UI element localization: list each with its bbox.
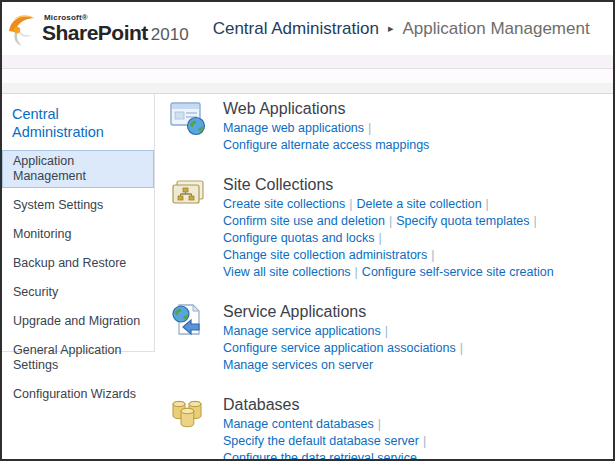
sharepoint-logo: Microsoft® SharePoint 2010 bbox=[6, 9, 189, 49]
link-confirm-site-use-and-deletion[interactable]: Confirm site use and deletion bbox=[223, 214, 385, 228]
link-row: Manage service applications| bbox=[223, 323, 467, 340]
link-row: Change site collection administrators| bbox=[223, 247, 554, 264]
link-separator: | bbox=[378, 417, 381, 431]
logo-year: 2010 bbox=[151, 26, 189, 43]
section-title-site-collections: Site Collections bbox=[223, 175, 554, 194]
link-separator: | bbox=[423, 434, 426, 448]
link-manage-service-applications[interactable]: Manage service applications bbox=[223, 324, 381, 338]
section-body: Site CollectionsCreate site collections|… bbox=[223, 175, 554, 281]
header: Microsoft® SharePoint 2010 Central Admin… bbox=[2, 2, 613, 55]
breadcrumb-page-title: Application Management bbox=[403, 19, 590, 39]
link-configure-alternate-access-mappings[interactable]: Configure alternate access mappings bbox=[223, 138, 429, 152]
link-specify-the-default-database-server[interactable]: Specify the default database server bbox=[223, 434, 419, 448]
section-body: DatabasesManage content databases|Specif… bbox=[223, 395, 430, 461]
sidebar-item-upgrade-and-migration[interactable]: Upgrade and Migration bbox=[2, 310, 154, 333]
sidebar-item-backup-and-restore[interactable]: Backup and Restore bbox=[2, 252, 154, 275]
section-title-service-applications: Service Applications bbox=[223, 302, 467, 321]
sidebar-title-central-administration[interactable]: Central Administration bbox=[2, 105, 132, 141]
link-view-all-site-collections[interactable]: View all site collections bbox=[223, 265, 351, 279]
sidebar-nav: Central Administration Application Manag… bbox=[2, 94, 155, 352]
link-change-site-collection-administrators[interactable]: Change site collection administrators bbox=[223, 248, 427, 262]
ribbon-band-middle bbox=[2, 69, 613, 83]
link-configure-quotas-and-locks[interactable]: Configure quotas and locks bbox=[223, 231, 374, 245]
main-panel: Web ApplicationsManage web applications|… bbox=[155, 94, 554, 457]
breadcrumb-arrow-icon: ▸ bbox=[388, 22, 394, 35]
link-create-site-collections[interactable]: Create site collections bbox=[223, 197, 345, 211]
link-row: View all site collections|Configure self… bbox=[223, 264, 554, 281]
sidebar-item-application-management[interactable]: Application Management bbox=[2, 150, 154, 188]
sidebar-item-configuration-wizards[interactable]: Configuration Wizards bbox=[2, 383, 154, 406]
link-row: Manage services on server bbox=[223, 357, 467, 374]
logo-text: Microsoft® SharePoint 2010 bbox=[42, 14, 189, 43]
link-row: Manage content databases| bbox=[223, 416, 430, 433]
link-separator: | bbox=[389, 214, 392, 228]
databases-icon bbox=[169, 395, 207, 433]
link-separator: | bbox=[534, 214, 537, 228]
link-separator: | bbox=[355, 265, 358, 279]
section-databases: DatabasesManage content databases|Specif… bbox=[169, 395, 554, 461]
link-row: Configure quotas and locks| bbox=[223, 230, 554, 247]
link-manage-services-on-server[interactable]: Manage services on server bbox=[223, 358, 373, 372]
sidebar-item-general-application-settings[interactable]: General Application Settings bbox=[2, 339, 154, 377]
link-configure-service-application-associations[interactable]: Configure service application associatio… bbox=[223, 341, 456, 355]
window: Microsoft® SharePoint 2010 Central Admin… bbox=[0, 0, 615, 461]
section-web-applications: Web ApplicationsManage web applications|… bbox=[169, 99, 554, 154]
link-separator: | bbox=[385, 324, 388, 338]
site-collections-icon bbox=[169, 175, 207, 213]
logo-product: SharePoint bbox=[42, 22, 148, 43]
web-applications-icon bbox=[169, 99, 207, 137]
section-site-collections: Site CollectionsCreate site collections|… bbox=[169, 175, 554, 281]
link-delete-a-site-collection[interactable]: Delete a site collection bbox=[357, 197, 482, 211]
sharepoint-swirl-icon bbox=[6, 11, 40, 49]
link-separator: | bbox=[368, 121, 371, 135]
link-row: Create site collections|Delete a site co… bbox=[223, 196, 554, 213]
link-row: Configure service application associatio… bbox=[223, 340, 467, 357]
link-row: Configure the data retrieval service bbox=[223, 450, 430, 461]
section-body: Service ApplicationsManage service appli… bbox=[223, 302, 467, 374]
section-title-web-applications: Web Applications bbox=[223, 99, 429, 118]
sidebar-item-monitoring[interactable]: Monitoring bbox=[2, 223, 154, 246]
link-row: Specify the default database server| bbox=[223, 433, 430, 450]
link-separator: | bbox=[349, 197, 352, 211]
section-title-databases: Databases bbox=[223, 395, 430, 414]
link-manage-content-databases[interactable]: Manage content databases bbox=[223, 417, 374, 431]
link-specify-quota-templates[interactable]: Specify quota templates bbox=[396, 214, 529, 228]
link-separator: | bbox=[486, 197, 489, 211]
link-row: Configure alternate access mappings bbox=[223, 137, 429, 154]
link-manage-web-applications[interactable]: Manage web applications bbox=[223, 121, 364, 135]
link-row: Confirm site use and deletion|Specify qu… bbox=[223, 213, 554, 230]
link-separator: | bbox=[431, 248, 434, 262]
link-configure-the-data-retrieval-service[interactable]: Configure the data retrieval service bbox=[223, 451, 417, 461]
service-applications-icon bbox=[169, 302, 207, 340]
sidebar-list: Application ManagementSystem SettingsMon… bbox=[2, 150, 154, 406]
link-separator: | bbox=[378, 231, 381, 245]
section-body: Web ApplicationsManage web applications|… bbox=[223, 99, 429, 154]
link-configure-self-service-site-creation[interactable]: Configure self-service site creation bbox=[362, 265, 554, 279]
link-separator: | bbox=[460, 341, 463, 355]
breadcrumb: Central Administration ▸ Application Man… bbox=[213, 19, 590, 39]
sidebar-item-system-settings[interactable]: System Settings bbox=[2, 194, 154, 217]
ribbon-band-top bbox=[2, 55, 613, 69]
content-area: Central Administration Application Manag… bbox=[2, 94, 613, 457]
sidebar-item-security[interactable]: Security bbox=[2, 281, 154, 304]
link-row: Manage web applications| bbox=[223, 120, 429, 137]
section-service-applications: Service ApplicationsManage service appli… bbox=[169, 302, 554, 374]
ribbon-band-bottom bbox=[2, 83, 613, 94]
breadcrumb-site-link[interactable]: Central Administration bbox=[213, 19, 379, 39]
